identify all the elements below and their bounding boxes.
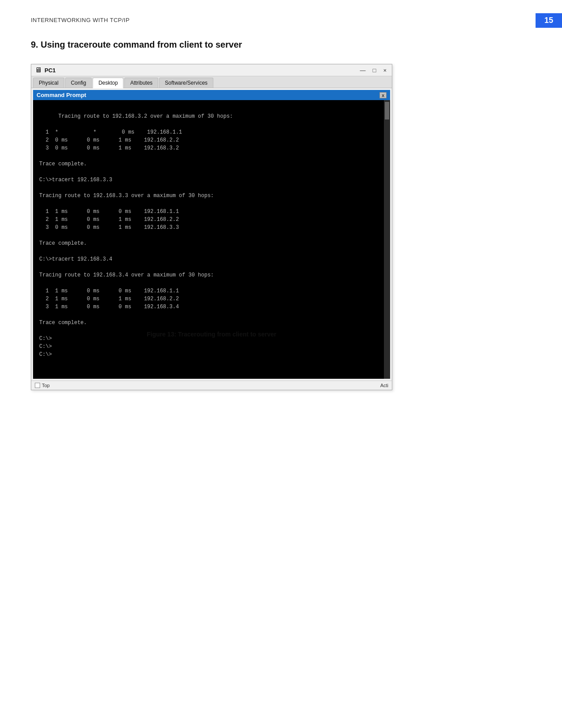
tab-attributes[interactable]: Attributes — [124, 78, 158, 88]
pc-icon: 🖥 — [35, 67, 42, 74]
page-number: 15 — [536, 13, 562, 28]
top-checkbox-label: Top — [42, 383, 50, 388]
top-checkbox-area: Top — [35, 383, 50, 388]
maximize-button[interactable]: □ — [371, 67, 378, 74]
tab-software-services[interactable]: Software/Services — [159, 78, 213, 88]
figure-caption: Figure 13: Tracerouting from client to s… — [31, 331, 392, 338]
window-bottom-bar: Top Acti — [31, 381, 392, 390]
window-title-bar: 🖥 PC1 — □ × — [31, 64, 392, 76]
title-left: 🖥 PC1 — [35, 67, 56, 74]
section-title: Using traceroute command from client to … — [41, 40, 242, 49]
scrollbar-thumb[interactable] — [385, 102, 389, 119]
top-checkbox[interactable] — [35, 383, 40, 388]
window-title-text: PC1 — [45, 67, 56, 74]
cmd-output-text: Tracing route to 192.168.3.2 over a maxi… — [39, 113, 233, 358]
cmd-title-bar: Command Prompt x — [33, 90, 390, 100]
tab-config[interactable]: Config — [65, 78, 92, 88]
window-status: Acti — [380, 383, 388, 388]
tab-physical[interactable]: Physical — [33, 78, 64, 88]
tab-desktop[interactable]: Desktop — [93, 78, 123, 88]
tab-bar: Physical Config Desktop Attributes Softw… — [31, 76, 392, 88]
section-heading: 9. Using traceroute command from client … — [31, 40, 242, 50]
page-header: INTERNETWORKING WITH TCP/IP — [31, 17, 130, 23]
cmd-close-button[interactable]: x — [380, 92, 387, 98]
cmd-title-text: Command Prompt — [37, 92, 86, 98]
minimize-button[interactable]: — — [358, 67, 368, 74]
window-controls: — □ × — [358, 67, 388, 74]
pc-window: 🖥 PC1 — □ × Physical Config Desktop Attr… — [31, 64, 392, 390]
close-button[interactable]: × — [381, 67, 388, 74]
section-number: 9. — [31, 40, 38, 49]
